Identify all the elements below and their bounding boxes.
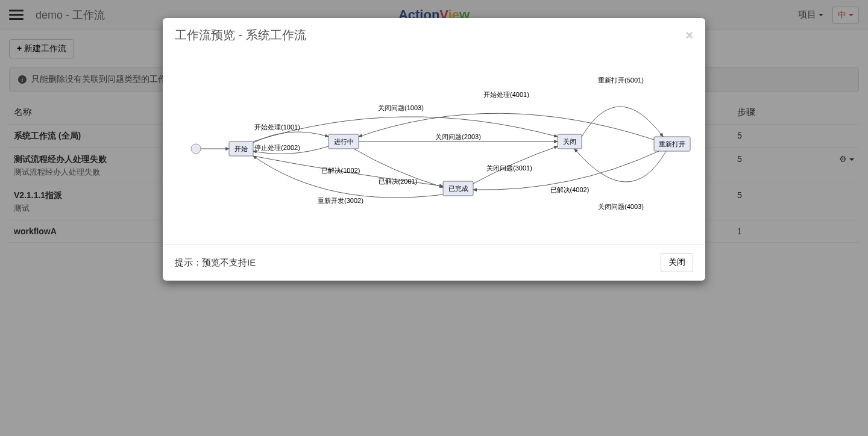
start-node-icon [191,144,201,154]
modal-hint: 提示：预览不支持IE [175,257,256,269]
modal-close-button[interactable]: 关闭 [661,253,693,272]
svg-text:开始处理(4001): 开始处理(4001) [483,91,529,98]
svg-text:已完成: 已完成 [448,185,468,192]
workflow-diagram: 开始 进行中 已完成 关闭 重新打开 开始处理(1001) 停止处理(2002)… [172,52,696,233]
svg-text:停止处理(2002): 停止处理(2002) [254,144,300,151]
svg-text:已解决(1002): 已解决(1002) [321,167,360,174]
close-icon[interactable]: × [685,28,693,43]
svg-text:进行中: 进行中 [334,138,354,145]
modal-title: 工作流预览 - 系统工作流 [175,27,306,43]
svg-text:重新打开: 重新打开 [659,140,685,148]
svg-text:开始: 开始 [234,145,248,152]
svg-text:关闭问题(1003): 关闭问题(1003) [378,104,424,111]
svg-text:已解决(4002): 已解决(4002) [550,186,590,193]
svg-text:关闭问题(3001): 关闭问题(3001) [486,164,532,172]
svg-text:重新开发(3002): 重新开发(3002) [318,197,363,204]
modal-body: 开始 进行中 已完成 关闭 重新打开 开始处理(1001) 停止处理(2002)… [163,52,705,244]
workflow-preview-modal: 工作流预览 - 系统工作流 × 开始 进行中 已完成 关闭 [163,18,705,281]
svg-text:关闭问题(4003): 关闭问题(4003) [598,203,644,210]
svg-text:关闭问题(2003): 关闭问题(2003) [435,133,481,140]
svg-text:关闭: 关闭 [563,138,576,145]
svg-text:已解决(2001): 已解决(2001) [379,178,418,185]
svg-text:开始处理(1001): 开始处理(1001) [254,123,300,131]
svg-text:重新打开(5001): 重新打开(5001) [598,76,644,84]
